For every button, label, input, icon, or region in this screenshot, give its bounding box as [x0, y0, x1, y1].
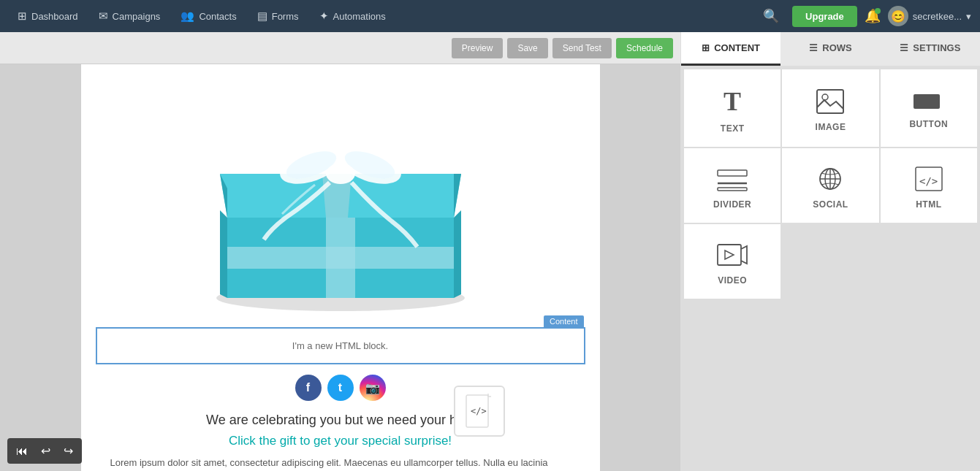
- content-tab-icon: ⊞: [702, 42, 710, 53]
- main-layout: Preview Save Send Test Schedule: [0, 32, 980, 471]
- nav-forms-label: Forms: [272, 11, 299, 22]
- lorem-text: Lorem ipsum dolor sit amet, consectetur …: [110, 456, 571, 471]
- social-label: SOCIAL: [813, 199, 848, 210]
- image-label: IMAGE: [816, 122, 846, 132]
- html-label: HTML: [916, 199, 941, 210]
- history-button[interactable]: ⏮: [10, 441, 34, 461]
- bottom-toolbar: ⏮ ↩ ↪: [7, 438, 82, 464]
- send-test-button[interactable]: Send Test: [552, 38, 612, 58]
- nav-automations-label: Automations: [333, 11, 386, 22]
- email-image-block[interactable]: [81, 64, 600, 327]
- email-canvas: Content I'm a new HTML block. f t 📷 </>: [81, 64, 600, 471]
- content-item-social[interactable]: SOCIAL: [782, 148, 878, 223]
- twitter-icon[interactable]: t: [327, 375, 354, 401]
- nav-dashboard[interactable]: ⊞ Dashboard: [9, 5, 87, 27]
- user-dropdown-icon: ▾: [966, 11, 971, 22]
- svg-rect-25: [718, 188, 747, 191]
- content-item-text[interactable]: T TEXT: [684, 69, 780, 147]
- svg-rect-32: [718, 245, 741, 265]
- tab-content[interactable]: ⊞ CONTENT: [681, 32, 780, 66]
- svg-text:</>: </>: [471, 406, 487, 416]
- video-content-icon: [716, 242, 748, 268]
- content-item-divider[interactable]: DIVIDER: [684, 148, 780, 223]
- svg-point-19: [822, 94, 828, 100]
- forms-icon: ▤: [257, 9, 267, 23]
- html-code-float-icon: </>: [454, 386, 505, 437]
- settings-tab-label: SETTINGS: [913, 42, 960, 53]
- content-item-html[interactable]: </> HTML: [881, 148, 977, 223]
- canvas-toolbar: Preview Save Send Test Schedule: [0, 32, 680, 64]
- content-grid: T TEXT IMAGE: [681, 66, 980, 471]
- canvas-area[interactable]: Preview Save Send Test Schedule: [0, 32, 680, 471]
- rows-tab-icon: ☰: [809, 42, 818, 53]
- nav-forms[interactable]: ▤ Forms: [248, 5, 308, 27]
- divider-label: DIVIDER: [713, 199, 751, 210]
- divider-content-icon: [716, 166, 748, 192]
- nav-campaigns-label: Campaigns: [113, 11, 161, 22]
- svg-text:</>: </>: [919, 175, 938, 187]
- svg-rect-18: [817, 90, 843, 113]
- username-label: secretkee...: [913, 11, 962, 22]
- preview-button[interactable]: Preview: [452, 38, 504, 58]
- instagram-icon[interactable]: 📷: [360, 375, 386, 401]
- top-navigation: ⊞ Dashboard ✉ Campaigns 👥 Contacts ▤ For…: [0, 0, 980, 32]
- content-item-image[interactable]: IMAGE: [782, 69, 878, 147]
- nav-right-area: 🔍 Upgrade 🔔 😊 secretkee... ▾: [757, 5, 971, 27]
- text-label: TEXT: [721, 123, 745, 134]
- save-button[interactable]: Save: [507, 38, 547, 58]
- nav-automations[interactable]: ✦ Automations: [311, 5, 395, 27]
- nav-contacts[interactable]: 👥 Contacts: [172, 5, 245, 27]
- panel-tabs: ⊞ CONTENT ☰ ROWS ☰ SETTINGS: [681, 32, 980, 66]
- content-item-video[interactable]: VIDEO: [684, 224, 780, 299]
- svg-marker-33: [725, 250, 734, 259]
- redo-button[interactable]: ↪: [58, 441, 79, 461]
- tab-settings[interactable]: ☰ SETTINGS: [881, 32, 980, 66]
- html-block[interactable]: Content I'm a new HTML block.: [96, 327, 585, 364]
- svg-rect-20: [913, 94, 940, 109]
- search-icon[interactable]: 🔍: [757, 5, 785, 27]
- svg-text:T: T: [723, 87, 741, 116]
- nav-contacts-label: Contacts: [199, 11, 236, 22]
- dashboard-icon: ⊞: [18, 9, 27, 23]
- svg-marker-6: [220, 210, 227, 298]
- automations-icon: ✦: [319, 9, 329, 23]
- content-item-button[interactable]: BUTTON: [881, 69, 977, 147]
- notification-dot: [875, 8, 881, 14]
- svg-point-14: [326, 164, 355, 184]
- svg-rect-8: [227, 247, 454, 269]
- right-panel: ⊞ CONTENT ☰ ROWS ☰ SETTINGS T TEXT: [680, 32, 980, 471]
- notifications-button[interactable]: 🔔: [865, 8, 881, 24]
- content-badge: Content: [544, 315, 584, 327]
- video-label: VIDEO: [718, 275, 747, 286]
- svg-marker-4: [454, 174, 461, 218]
- schedule-button[interactable]: Schedule: [616, 38, 673, 58]
- undo-button[interactable]: ↩: [35, 441, 56, 461]
- settings-tab-icon: ☰: [900, 42, 908, 53]
- html-block-text: I'm a new HTML block.: [105, 336, 577, 356]
- upgrade-button[interactable]: Upgrade: [792, 6, 857, 27]
- tab-rows[interactable]: ☰ ROWS: [780, 32, 880, 66]
- text-content-icon: T: [718, 87, 747, 116]
- user-menu[interactable]: 😊 secretkee... ▾: [888, 6, 971, 26]
- html-content-icon: </>: [913, 166, 945, 192]
- avatar: 😊: [888, 6, 908, 26]
- rows-tab-label: ROWS: [822, 42, 851, 53]
- campaigns-icon: ✉: [99, 9, 108, 23]
- content-tab-label: CONTENT: [714, 42, 760, 53]
- social-content-icon: [814, 166, 846, 192]
- button-content-icon: [913, 91, 945, 112]
- svg-rect-23: [718, 170, 747, 176]
- button-label: BUTTON: [909, 119, 948, 129]
- email-text-section: We are celebrating you but we need your …: [81, 405, 600, 471]
- gift-box-image: [183, 72, 498, 320]
- image-content-icon: [816, 88, 845, 115]
- nav-dashboard-label: Dashboard: [31, 11, 78, 22]
- nav-campaigns[interactable]: ✉ Campaigns: [90, 5, 170, 27]
- svg-marker-5: [454, 210, 461, 298]
- contacts-icon: 👥: [181, 9, 194, 23]
- facebook-icon[interactable]: f: [295, 375, 322, 401]
- social-icons-row: f t 📷: [81, 364, 600, 405]
